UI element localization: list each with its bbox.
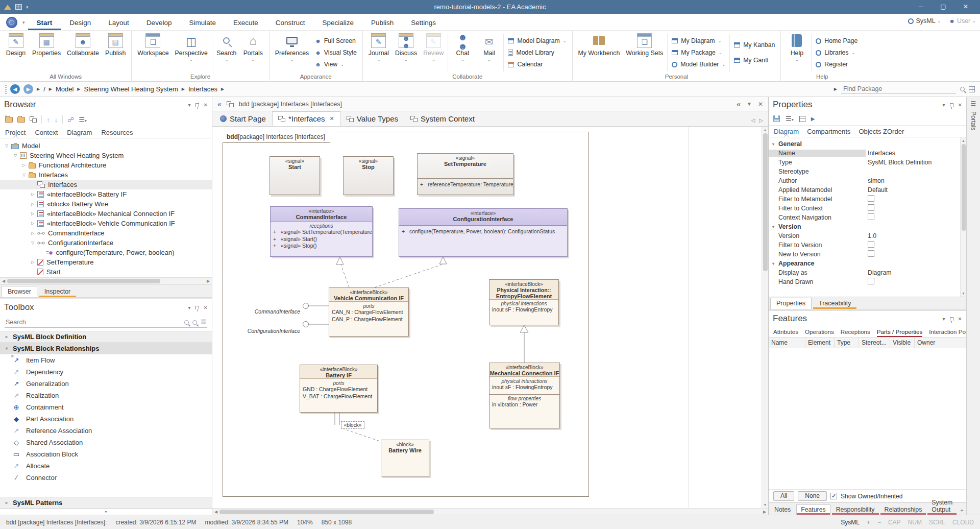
tree-item[interactable]: =◆configure(Temperature, Power, boolean) [0,248,212,257]
locate-icon[interactable]: ☍ [67,116,74,124]
property-value[interactable]: Diagram [866,269,966,276]
perspective-selector[interactable]: SysML⌄ [908,17,941,25]
connector-label-block[interactable]: «block» [341,421,364,429]
property-checkbox[interactable] [868,241,874,248]
quick-access-icon[interactable] [15,4,22,10]
features-tab-attributes[interactable]: Attributes [773,326,798,337]
property-row[interactable]: Filter to Context [769,204,966,213]
tab-browser[interactable]: Browser [2,286,37,297]
toolbox-item[interactable]: ◆Part Association [0,413,212,425]
property-value[interactable]: simon [866,177,966,184]
scroll-right-icon[interactable]: ▶ [205,279,212,283]
browser-tab-resources[interactable]: Resources [101,127,133,138]
toolbox-item[interactable]: ↗Realization [0,390,212,401]
property-value[interactable] [866,204,966,212]
scroll-up-icon[interactable]: ▲ [962,137,965,144]
close-icon[interactable]: ✕ [204,102,208,108]
doc-tab-system-context[interactable]: System Context [404,111,481,126]
tab-scroll-left-icon[interactable]: ◁ [751,117,755,123]
tree-item[interactable]: Start [0,267,212,277]
tree-item[interactable]: ▷«interfaceBlock» Battery IF [0,189,212,199]
ribbon-button-working-sets[interactable]: ❏Working Sets [623,32,666,73]
caption-close-icon[interactable]: ✕ [758,101,763,108]
ribbon-button-visual-style[interactable]: ☻Visual Style [315,49,357,56]
ribbon-button-preferences[interactable]: Preferences⌄ [272,32,312,73]
close-button[interactable]: ✕ [955,0,976,14]
pin-icon[interactable] [950,103,953,107]
property-row[interactable]: TypeSysML Block Definition [769,158,966,167]
breadcrumb-root[interactable]: / [43,85,45,93]
toolbox-item[interactable]: ▭Association Block [0,448,212,460]
breadcrumb-interfaces[interactable]: Interfaces [188,85,217,93]
tab-traceability[interactable]: Traceability [813,298,856,309]
tab-notes[interactable]: Notes [770,505,795,515]
toolbox-search-input[interactable] [6,319,181,326]
features-tab-receptions[interactable]: Receptions [841,326,870,337]
property-value[interactable]: SysML Block Definition [866,159,966,166]
none-button[interactable]: None [798,491,827,501]
nav-back-button[interactable]: ◀ [10,84,20,94]
ribbon-tab-layout[interactable]: Layout [100,19,138,30]
tree-item[interactable]: ▷CommandInterface [0,228,212,238]
close-icon[interactable]: ✕ [204,305,208,310]
tree-item[interactable]: ▷Functional Architecture [0,160,212,170]
ribbon-button-discuss[interactable]: ☻☻Discuss⌄ [392,32,420,73]
ribbon-button-model-builder[interactable]: Model Builder⌄ [672,61,725,68]
ribbon-button-journal[interactable]: ✎Journal⌄ [365,32,392,73]
column-type[interactable]: Type [835,338,859,348]
find-search-icon[interactable] [960,87,965,91]
user-menu[interactable]: ☻User⌄ [949,17,976,25]
ribbon-button-view[interactable]: ☻View⌄ [315,61,357,68]
toolbox-section-header[interactable]: ▸SysML Block Definition [0,331,212,343]
expand-arrow-icon[interactable]: ▸ [4,334,9,339]
property-value[interactable]: Default [866,186,966,194]
breadcrumb-model[interactable]: Model [56,85,74,93]
panel-menu-icon[interactable]: ▾ [943,316,945,322]
property-row[interactable]: Display asDiagram [769,268,966,277]
panel-menu-icon[interactable]: ▾ [188,305,191,310]
toolbox-item[interactable]: ⊕Containment [0,401,212,413]
property-row[interactable]: Filter to Version [769,241,966,250]
ribbon-button-my-package[interactable]: My Package⌄ [672,49,725,56]
column-stereotype[interactable]: Stereot... [859,338,890,348]
tree-item[interactable]: ▷SetTemperature [0,257,212,267]
expand-arrow-icon[interactable]: ▾ [4,346,9,351]
element-interface-configurationinterface[interactable]: «interface» ConfigurationInterface + con… [399,208,568,257]
scroll-down-icon[interactable]: ▼ [764,501,767,508]
property-value[interactable] [866,241,966,249]
expand-arrow-icon[interactable]: ▽ [3,143,10,148]
logo-chevron-icon[interactable]: ▾ [22,20,25,25]
collapse-left-icon[interactable]: « [217,100,222,108]
property-checkbox[interactable] [868,250,874,257]
ribbon-tab-design[interactable]: Design [61,19,100,30]
lollipop-label-commandinterface[interactable]: CommandInterface [242,308,300,315]
caption-menu-icon[interactable]: ▼ [747,101,752,107]
property-row[interactable]: Hand Drawn [769,277,966,286]
tree-item[interactable]: ▽Model [0,141,212,151]
search-icon[interactable] [184,320,189,325]
expand-arrow-icon[interactable]: ▾ [771,142,776,147]
browser-tab-project[interactable]: Project [5,127,26,138]
toolbox-item[interactable]: ◇Shared Association [0,437,212,448]
ribbon-button-calendar[interactable]: Calendar [508,61,566,68]
expand-arrow-icon[interactable]: ▽ [12,153,19,158]
column-element[interactable]: Element [805,338,835,348]
scroll-left-icon[interactable]: ◀ [0,279,7,283]
ribbon-tab-execute[interactable]: Execute [225,19,267,30]
scroll-right-icon[interactable]: ▶ [761,510,768,514]
ribbon-button-properties[interactable]: ▦Properties [29,32,64,73]
ribbon-button-publish[interactable]: ▤Publish [102,32,129,73]
toolbox-menu-icon[interactable]: ☰ [201,319,206,326]
properties-tab-diagram[interactable]: Diagram [774,126,799,137]
ribbon-button-mail[interactable]: ✉Mail⌄ [476,32,502,73]
ribbon-button-help[interactable]: Help⌄ [783,32,810,73]
ribbon-button-register[interactable]: Register [816,61,857,68]
canvas-horizontal-scrollbar[interactable]: ◀ ▶ [212,508,768,515]
property-section-row[interactable]: ▾General [769,139,966,149]
ribbon-button-libraries[interactable]: Libraries⌄ [816,49,857,56]
property-value[interactable] [866,250,966,258]
element-interfaceblock-vehicle-communication-if[interactable]: «interfaceBlock» Vehicle Communication I… [329,287,409,336]
properties-tab-compartments[interactable]: Compartments [807,126,850,137]
ribbon-tab-develop[interactable]: Develop [138,19,181,30]
move-down-icon[interactable]: ↓ [55,116,58,124]
